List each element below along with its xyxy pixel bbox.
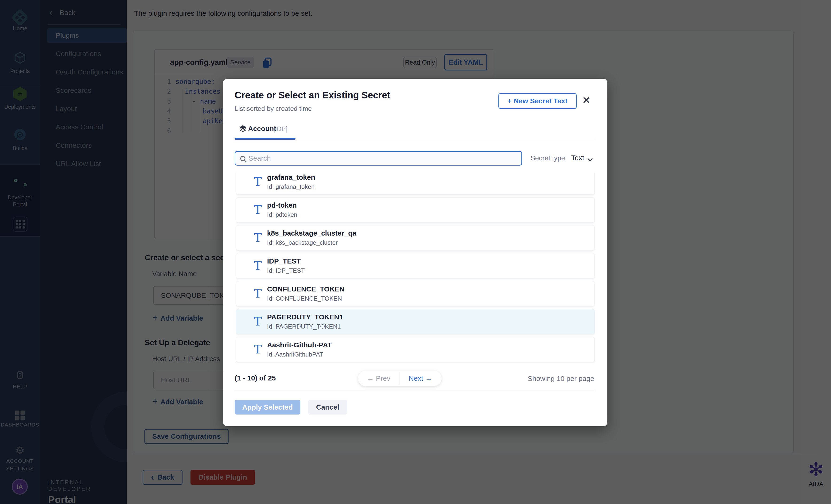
secret-type-select[interactable]: Text <box>571 154 584 162</box>
cancel-button[interactable]: Cancel <box>308 400 347 415</box>
search-input[interactable] <box>249 152 519 165</box>
secret-type-label: Secret type <box>531 154 565 162</box>
dialog-title: Create or Select an Existing Secret <box>235 90 390 100</box>
divider <box>235 391 594 391</box>
chevron-down-icon <box>587 156 594 164</box>
secret-row[interactable]: T CONFLUENCE_TOKEN Id: CONFLUENCE_TOKEN <box>236 281 595 306</box>
secret-dialog: Create or Select an Existing Secret List… <box>223 79 607 426</box>
tab-account[interactable]: Account <box>248 125 276 133</box>
search-icon <box>239 155 247 163</box>
page-size-info: Showing 10 per page <box>527 375 594 383</box>
search-box <box>235 151 522 166</box>
next-button[interactable]: Next → <box>400 370 441 386</box>
screen: Home Projects ∞ Deployments <box>0 0 831 504</box>
text-secret-icon: T <box>254 287 262 300</box>
secret-row-selected[interactable]: T PAGERDUTY_TOKEN1 Id: PAGERDUTY_TOKEN1 <box>236 309 595 334</box>
prev-button[interactable]: ← Prev <box>358 370 399 386</box>
secret-row[interactable]: T IDP_TEST Id: IDP_TEST <box>236 253 595 278</box>
text-secret-icon: T <box>254 315 262 328</box>
new-secret-text-button[interactable]: + New Secret Text <box>498 93 577 109</box>
text-secret-icon: T <box>254 343 262 356</box>
secret-list: T grafana_token Id: grafana_token T pd-t… <box>236 173 595 363</box>
arrow-right-icon: → <box>425 374 432 382</box>
text-secret-icon: T <box>254 175 262 188</box>
text-secret-icon: T <box>254 203 262 216</box>
text-secret-icon: T <box>254 231 262 244</box>
close-icon[interactable]: ✕ <box>582 95 591 106</box>
apply-selected-button[interactable]: Apply Selected <box>235 400 300 415</box>
pagination-range: (1 - 10) of 25 <box>235 374 276 382</box>
arrow-left-icon: ← <box>367 374 374 382</box>
pagination-controls: ← Prev Next → <box>358 370 441 386</box>
secret-row[interactable]: T Aashrit-Github-PAT Id: AashritGithubPA… <box>236 337 595 362</box>
tab-scope: [IDP] <box>274 125 287 133</box>
dialog-subtitle: List sorted by created time <box>235 105 312 113</box>
layers-icon <box>239 125 247 133</box>
secret-row[interactable]: T pd-token Id: pdtoken <box>236 197 595 223</box>
text-secret-icon: T <box>254 259 262 272</box>
secret-row[interactable]: T grafana_token Id: grafana_token <box>236 173 595 195</box>
secret-row[interactable]: T k8s_backstage_cluster_qa Id: k8s_backs… <box>236 225 595 250</box>
tab-track <box>235 139 594 139</box>
